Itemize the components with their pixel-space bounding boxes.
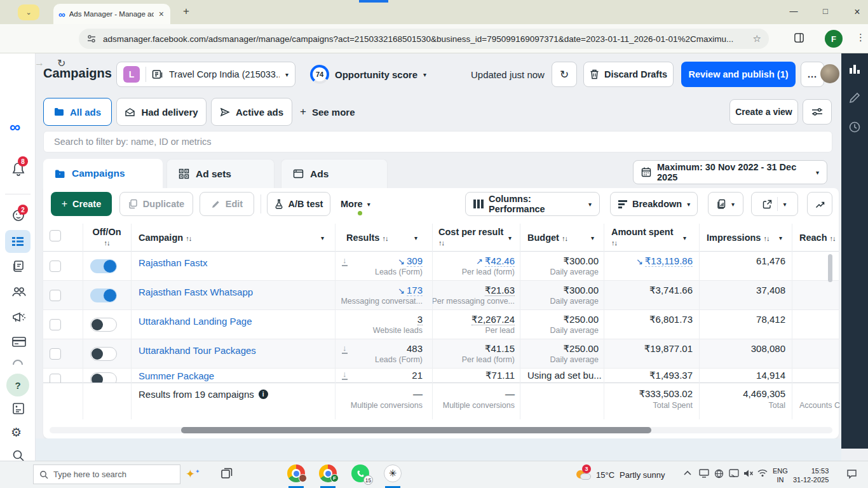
clock[interactable]: 15:53 31-12-2025 xyxy=(793,467,829,485)
spent-number[interactable]: ₹13,119.86 xyxy=(645,255,693,267)
row-checkbox[interactable] xyxy=(50,348,61,360)
breakdown-button[interactable]: Breakdown ▾ xyxy=(610,192,698,216)
tab-search-button[interactable]: ⌄ xyxy=(18,4,39,20)
chevron-down-icon[interactable]: ▾ xyxy=(683,234,686,241)
results-value[interactable]: ↘173 xyxy=(398,285,423,295)
col-campaign[interactable]: Campaign ↑↓ xyxy=(139,233,191,243)
table-row[interactable]: Rajasthan Fastx Whatsapp ↘173 Messaging … xyxy=(43,281,839,310)
cpr-number[interactable]: ₹21.63 xyxy=(485,285,515,296)
campaign-toggle-on[interactable] xyxy=(90,259,117,273)
campaigns-nav-icon[interactable] xyxy=(11,235,24,248)
chevron-down-icon[interactable]: ▾ xyxy=(414,234,417,241)
chevron-down-icon[interactable]: ▾ xyxy=(321,234,324,241)
window-close-button[interactable]: × xyxy=(848,6,867,18)
audiences-icon[interactable] xyxy=(11,285,24,297)
col-amount-spent[interactable]: Amount spent ↑↓ xyxy=(611,227,673,247)
results-number[interactable]: 173 xyxy=(407,285,423,296)
see-more-button[interactable]: + See more xyxy=(300,98,355,126)
spent-value[interactable]: ↘₹13,119.86 xyxy=(636,255,693,267)
history-clock-icon[interactable] xyxy=(848,121,861,133)
results-number[interactable]: 3 xyxy=(417,314,423,325)
columns-button[interactable]: Columns: Performance ▾ xyxy=(465,192,600,216)
campaign-name-link[interactable]: Uttarakhand Tour Packages xyxy=(139,345,256,356)
user-avatar[interactable] xyxy=(820,64,839,83)
campaign-toggle-off[interactable] xyxy=(90,347,117,361)
side-panel-icon[interactable] xyxy=(793,32,805,44)
campaign-name-link[interactable]: Summer Package xyxy=(139,370,214,381)
site-settings-icon[interactable] xyxy=(86,34,97,44)
campaign-name-link[interactable]: Rajasthan Fastx Whatsapp xyxy=(139,287,253,297)
tab-close-icon[interactable]: × xyxy=(158,9,165,19)
settings-gear-icon[interactable]: ⚙ xyxy=(11,425,22,439)
opportunity-score[interactable]: 74 Opportunity score ▾ xyxy=(310,62,426,87)
pages-icon[interactable] xyxy=(11,259,24,272)
filter-active-ads[interactable]: Active ads xyxy=(211,98,292,126)
table-row[interactable]: Uttarakhand Landing Page 3 Website leads… xyxy=(43,310,839,339)
filter-all-ads[interactable]: All ads xyxy=(43,98,112,126)
chatgpt-icon[interactable]: ✳ xyxy=(384,464,402,482)
row-checkbox[interactable] xyxy=(50,261,61,272)
search-filter-input[interactable]: Search to filter by: name, ID or metrics xyxy=(43,131,832,152)
ad-account-selector[interactable]: L Travel Corp India (215033... ▾ xyxy=(116,62,295,87)
search-highlights-icon[interactable]: ✦✦ xyxy=(186,467,200,481)
horizontal-scrollbar-thumb[interactable] xyxy=(181,427,651,433)
browser-tab[interactable]: ∞ Ads Manager - Manage ads - C × xyxy=(53,4,170,24)
cpr-value[interactable]: ↗₹42.46 xyxy=(476,255,515,267)
tab-ad-sets[interactable]: Ad sets xyxy=(166,159,275,188)
refresh-button[interactable]: ↻ xyxy=(552,62,577,87)
new-tab-button[interactable]: + xyxy=(183,5,189,18)
download-results-icon[interactable]: ↓ xyxy=(342,256,348,266)
col-cost-per-result[interactable]: Cost per result ↑↓ xyxy=(438,227,503,247)
info-icon[interactable]: i xyxy=(259,390,268,399)
review-publish-button[interactable]: Review and publish (1) xyxy=(681,62,796,87)
create-button[interactable]: + Create xyxy=(51,192,112,216)
chevron-down-icon[interactable]: ▾ xyxy=(779,234,782,241)
campaign-name-link[interactable]: Uttarakhand Landing Page xyxy=(139,316,252,327)
window-maximize-button[interactable]: □ xyxy=(816,6,835,16)
cpr-number[interactable]: ₹2,267.24 xyxy=(471,314,515,325)
row-checkbox[interactable] xyxy=(50,290,61,301)
tray-expand-chevron-icon[interactable] xyxy=(684,470,691,475)
download-results-icon[interactable]: ↓ xyxy=(342,344,348,354)
table-row[interactable]: Rajasthan Fastx ↓ ↘309 Leads (Form) ↗₹42… xyxy=(43,252,839,281)
search-icon[interactable] xyxy=(11,449,24,461)
duplicate-button[interactable]: Duplicate xyxy=(119,192,193,216)
taskbar-search-input[interactable]: Type here to search xyxy=(33,464,180,484)
billing-card-icon[interactable] xyxy=(11,336,24,348)
table-row[interactable]: Summer Package ↓ 21 ₹71.11 Using ad set … xyxy=(43,369,839,383)
meta-logo-icon[interactable]: ∞ xyxy=(10,119,26,132)
cast-icon[interactable] xyxy=(729,469,739,478)
campaign-toggle-off[interactable] xyxy=(90,372,117,383)
events-manager-icon[interactable] xyxy=(11,402,24,414)
export-button[interactable]: ▾ xyxy=(751,192,798,216)
address-bar[interactable]: adsmanager.facebook.com/adsmanager/manag… xyxy=(79,29,769,49)
cpr-value[interactable]: ₹21.63 xyxy=(485,285,515,296)
volume-muted-icon[interactable] xyxy=(743,469,754,478)
edit-button[interactable]: Edit xyxy=(200,192,254,216)
campaign-toggle-off[interactable] xyxy=(90,318,117,332)
edit-pencil-icon[interactable] xyxy=(848,92,861,104)
results-number[interactable]: 309 xyxy=(407,255,423,267)
tab-ads[interactable]: Ads xyxy=(281,159,388,188)
tab-campaigns[interactable]: Campaigns xyxy=(43,159,163,188)
weather-temp[interactable]: 15°C xyxy=(596,470,614,480)
chevron-down-icon[interactable]: ▾ xyxy=(591,234,594,241)
vertical-scrollbar[interactable] xyxy=(828,254,832,282)
col-budget[interactable]: Budget ↑↓ xyxy=(527,233,567,243)
results-value[interactable]: ↘309 xyxy=(398,255,423,266)
discard-drafts-button[interactable]: Discard Drafts xyxy=(583,62,674,87)
chart-bars-icon[interactable] xyxy=(848,62,861,75)
notification-center-icon[interactable] xyxy=(846,469,857,479)
col-off-on[interactable]: Off/On ↑↓ xyxy=(83,227,131,247)
cpr-value[interactable]: ₹2,267.24 xyxy=(471,314,515,325)
filter-had-delivery[interactable]: Had delivery xyxy=(116,98,207,126)
col-results[interactable]: Results ↑↓ xyxy=(346,233,388,243)
advertise-megaphone-icon[interactable] xyxy=(11,310,24,323)
select-all-checkbox[interactable] xyxy=(50,230,61,241)
view-charts-button[interactable] xyxy=(807,192,832,216)
download-results-icon[interactable]: ↓ xyxy=(342,370,348,380)
wifi-signal-icon[interactable] xyxy=(757,469,768,477)
window-minimize-button[interactable]: — xyxy=(784,6,803,16)
reports-button[interactable]: ▾ xyxy=(708,192,743,216)
col-impressions[interactable]: Impressions ↑↓ xyxy=(707,233,769,243)
